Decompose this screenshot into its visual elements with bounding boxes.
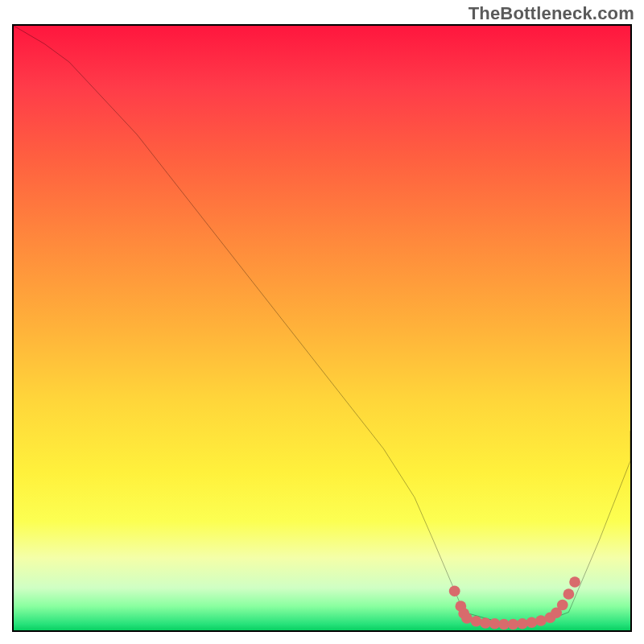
- plot-area: [12, 24, 632, 632]
- optimal-dot: [526, 617, 538, 628]
- optimal-range-dots: [449, 576, 580, 630]
- watermark-text: TheBottleneck.com: [469, 3, 634, 24]
- chart-frame: TheBottleneck.com: [0, 0, 644, 644]
- optimal-dot: [564, 588, 575, 600]
- optimal-dot: [557, 600, 568, 611]
- curve-layer: [14, 26, 630, 630]
- optimal-dot: [471, 616, 482, 627]
- optimal-dot: [449, 585, 460, 597]
- bottleneck-curve-path: [14, 26, 630, 624]
- optimal-dot: [569, 576, 580, 588]
